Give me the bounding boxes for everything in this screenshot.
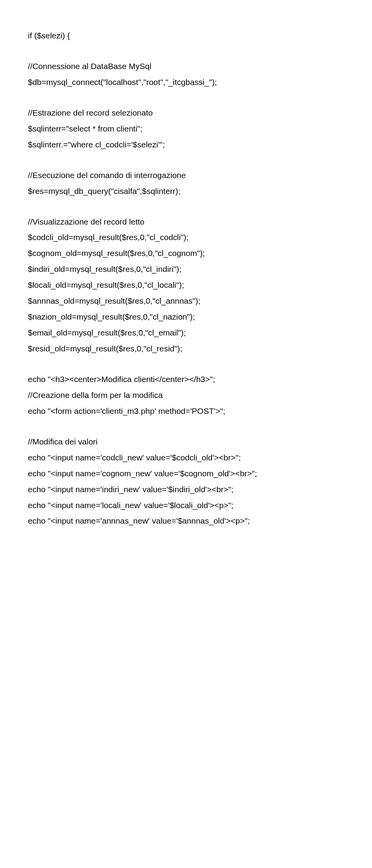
code-line: $indiri_old=mysql_result($res,0,"cl_indi…	[28, 261, 344, 277]
code-line: $sqlinterr="select * from clienti";	[28, 121, 344, 137]
code-line: echo "<input name='locali_new' value='$l…	[28, 498, 344, 514]
blank-line	[28, 90, 344, 105]
code-line: //Modifica dei valori	[28, 434, 344, 450]
code-line: $annnas_old=mysql_result($res,0,"cl_annn…	[28, 293, 344, 309]
code-line: //Esecuzione del comando di interrogazio…	[28, 168, 344, 183]
blank-line	[28, 419, 344, 434]
code-line: $nazion_old=mysql_result($res,0,"cl_nazi…	[28, 309, 344, 325]
code-line: $resid_old=mysql_result($res,0,"cl_resid…	[28, 341, 344, 357]
code-line: //Connessione al DataBase MySql	[28, 59, 344, 74]
code-line: $db=mysql_connect("localhost","root","_i…	[28, 74, 344, 90]
code-line: echo "<input name='codcli_new' value='$c…	[28, 450, 344, 466]
code-line: $codcli_old=mysql_result($res,0,"cl_codc…	[28, 230, 344, 246]
code-line: echo "<h3><center>Modifica clienti</cent…	[28, 372, 344, 387]
code-line: if ($selezi) {	[28, 28, 344, 44]
code-line: //Creazione della form per la modifica	[28, 387, 344, 403]
blank-line	[28, 357, 344, 372]
code-line: echo "<form action='clienti_m3.php' meth…	[28, 403, 344, 419]
code-line: $sqlinterr.="where cl_codcli='$selezi'";	[28, 137, 344, 153]
code-line: echo "<input name='indiri_new' value='$i…	[28, 482, 344, 498]
code-line: $locali_old=mysql_result($res,0,"cl_loca…	[28, 277, 344, 293]
code-line: echo "<input name='cognom_new' value='$c…	[28, 466, 344, 482]
document-body: if ($selezi) {//Connessione al DataBase …	[28, 28, 344, 529]
code-line: $res=mysql_db_query("cisalfa",$sqlinterr…	[28, 183, 344, 199]
blank-line	[28, 199, 344, 214]
code-line: $cognom_old=mysql_result($res,0,"cl_cogn…	[28, 246, 344, 261]
code-line: //Visualizzazione del record letto	[28, 214, 344, 230]
blank-line	[28, 153, 344, 168]
code-line: echo "<input name='annnas_new' value='$a…	[28, 513, 344, 529]
code-line: //Estrazione del record selezionato	[28, 105, 344, 121]
blank-line	[28, 44, 344, 59]
code-line: $email_old=mysql_result($res,0,"cl_email…	[28, 325, 344, 341]
